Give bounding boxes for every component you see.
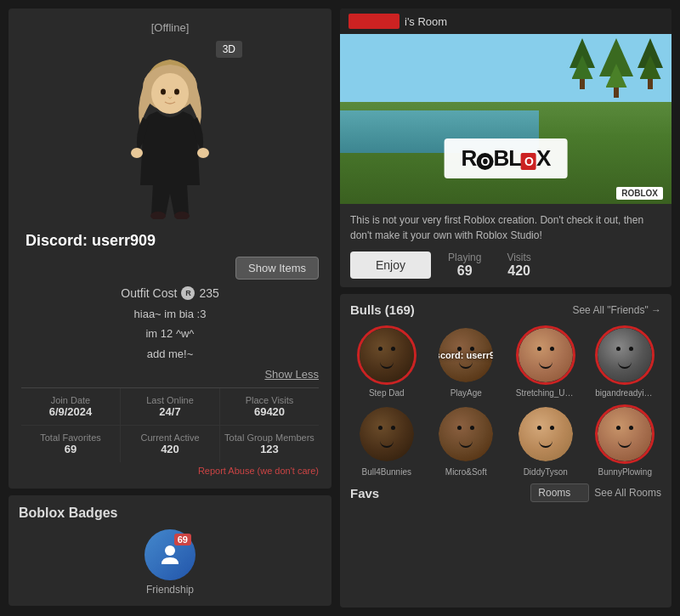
tree-2: [599, 38, 633, 98]
discord-overlay: discord: userr909: [436, 350, 496, 360]
friend-smile-diddytyson: [539, 441, 552, 448]
last-online-cell: Last Online 24/7: [121, 388, 219, 425]
friend-item-stretching[interactable]: Stretching_UrGirl: [509, 325, 582, 398]
playing-stat: Playing 69: [448, 251, 481, 279]
total-group-value: 123: [224, 443, 314, 455]
friend-item-bunnyplowing[interactable]: BunnyPlowing: [589, 404, 662, 477]
bio-line-1: hiaa~ im bia :3: [134, 304, 207, 324]
room-trees: [570, 38, 663, 98]
bio-line-2: im 12 ^w^: [134, 324, 207, 343]
visits-stat: Visits 420: [507, 251, 530, 279]
friend-eyes-bunnyplowing: [616, 426, 633, 430]
friend-item-bull4bunnies[interactable]: Bull4Bunnies: [350, 404, 423, 477]
see-all-friends-link[interactable]: See All "Friends" →: [572, 304, 661, 316]
friends-header: Bulls (169) See All "Friends" →: [350, 302, 661, 317]
3d-view-button[interactable]: 3D: [216, 41, 242, 58]
current-active-value: 420: [125, 443, 215, 455]
left-panel: [Offline] 3D: [8, 8, 332, 608]
offline-status: [Offline]: [151, 21, 190, 34]
avatar-figure: [119, 49, 221, 219]
friend-item-microsoft[interactable]: Micro&Soft: [430, 404, 503, 477]
friend-eye-left8: [616, 426, 620, 430]
friend-face-step-dad: [360, 328, 414, 382]
friend-eyes-step-dad: [378, 347, 395, 351]
current-active-cell: Current Active 420: [121, 426, 219, 462]
outfit-cost: Outfit Cost R 235: [121, 286, 219, 300]
visits-label: Visits: [507, 251, 530, 263]
friend-avatar-bigandready: [595, 325, 654, 385]
friend-avatar-diddytyson: [516, 404, 575, 464]
friend-avatar-bull4bunnies: [357, 404, 416, 464]
room-title: i's Room: [405, 15, 447, 28]
room-description: This is not your very first Roblox creat…: [350, 212, 661, 243]
friend-item-step-dad[interactable]: Step Dad: [350, 325, 423, 398]
join-date-cell: Join Date 6/9/2024: [21, 388, 120, 425]
friend-name-microsoft: Micro&Soft: [445, 467, 487, 477]
stats-grid: Join Date 6/9/2024 Last Online 24/7 Plac…: [21, 387, 319, 462]
friend-eyes-bigandready: [616, 347, 633, 351]
right-panel: i's Room: [340, 8, 672, 608]
friend-smile-bunnyplowing: [618, 441, 632, 448]
friend-smile-bull4bunnies: [380, 441, 394, 448]
friend-smile-playage: [459, 362, 473, 369]
roblox-small-logo: ROBLOX: [616, 187, 663, 200]
badge-circle-friendship: 69: [144, 529, 196, 580]
room-stats: Playing 69 Visits 420: [448, 251, 531, 279]
badge-friendship: 69 Friendship: [19, 529, 321, 596]
friend-name-playage: PlayAge: [450, 388, 482, 398]
friend-name-bull4bunnies: Bull4Bunnies: [362, 467, 411, 477]
total-favorites-cell: Total Favorites 69: [21, 426, 120, 462]
friends-grid: Step Dad discord: userr909: [350, 325, 661, 477]
friend-eye-right5: [391, 426, 395, 430]
badges-section: Boblox Badges 69 Friendship: [8, 495, 332, 606]
friend-eye-left: [378, 347, 382, 351]
place-visits-label: Place Visits: [224, 395, 314, 405]
room-header: i's Room: [340, 8, 672, 34]
see-all-rooms-link[interactable]: See All Rooms: [594, 487, 661, 499]
outfit-cost-value: 235: [199, 286, 218, 300]
friend-name-step-dad: Step Dad: [369, 388, 405, 398]
friend-item-diddytyson[interactable]: DiddyTyson: [509, 404, 582, 477]
friend-name-stretching: Stretching_UrGirl: [516, 388, 575, 398]
outfit-cost-label: Outfit Cost: [121, 286, 177, 300]
place-visits-cell: Place Visits 69420: [220, 388, 319, 425]
friend-eye-right3: [550, 347, 554, 351]
show-less-button[interactable]: Show Less: [264, 368, 319, 381]
svg-point-2: [161, 89, 166, 95]
friend-face-bunnyplowing: [598, 407, 652, 461]
friend-eyes-diddytyson: [537, 426, 554, 430]
friend-smile-bigandready: [618, 362, 632, 369]
badge-count: 69: [174, 534, 191, 545]
report-abuse-link[interactable]: Report Abuse (we don't care): [198, 466, 319, 476]
enjoy-button[interactable]: Enjoy: [350, 251, 431, 279]
friend-eye-left6: [457, 426, 462, 430]
friend-eye-right8: [629, 426, 633, 430]
show-items-button[interactable]: Show Items: [235, 257, 319, 280]
visits-value: 420: [507, 263, 530, 279]
total-group-label: Total Group Members: [224, 432, 314, 443]
friend-smile-microsoft: [459, 441, 473, 448]
discord-username: Discord: userr909: [21, 232, 156, 250]
friend-item-playage[interactable]: discord: userr909 PlayAge: [430, 325, 503, 398]
friend-smile-step-dad: [380, 362, 394, 369]
friend-smile-stretching: [539, 362, 552, 369]
friend-avatar-stretching: [516, 325, 575, 385]
friend-eye-left4: [616, 347, 620, 351]
friend-face-stretching: [518, 328, 573, 382]
friend-face-diddytyson: [518, 407, 573, 461]
last-online-value: 24/7: [125, 405, 215, 418]
friend-eye-right6: [470, 426, 474, 430]
friends-title: Bulls (169): [350, 302, 415, 317]
svg-point-4: [131, 148, 143, 158]
friend-item-bigandready[interactable]: bigandreadyifyk: [589, 325, 662, 398]
join-date-value: 6/9/2024: [26, 405, 116, 418]
tree-1: [570, 38, 595, 98]
playing-value: 69: [448, 263, 481, 279]
friend-name-diddytyson: DiddyTyson: [524, 467, 568, 477]
rooms-dropdown[interactable]: Rooms: [530, 483, 589, 502]
favs-controls: Rooms See All Rooms: [530, 483, 661, 502]
friend-avatar-bunnyplowing: [595, 404, 654, 464]
roblox-logo-text: ROBLOX: [462, 145, 551, 172]
friend-avatar-microsoft: [436, 404, 496, 464]
friends-section: Bulls (169) See All "Friends" →: [340, 294, 672, 608]
